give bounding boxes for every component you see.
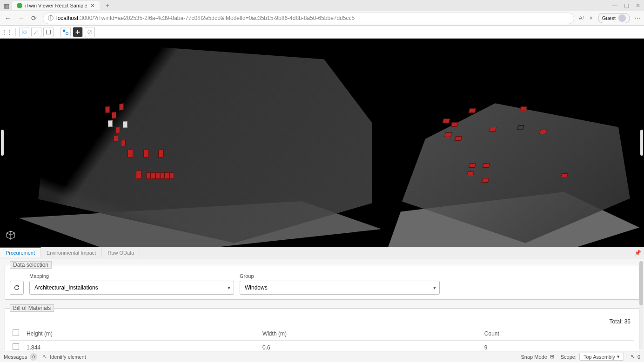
select-tool-button[interactable]: [19, 27, 29, 37]
measure-line-button[interactable]: [31, 27, 41, 37]
snap-mode-button[interactable]: Snap Mode ⊞: [521, 354, 554, 360]
window-close-icon[interactable]: ✕: [636, 2, 640, 9]
messages-label: Messages: [4, 354, 27, 360]
new-tab-button[interactable]: ＋: [101, 1, 113, 10]
col-width[interactable]: Width (m): [260, 327, 482, 341]
nav-back-button[interactable]: ←: [4, 14, 12, 22]
highlighted-element[interactable]: [119, 103, 124, 110]
highlighted-element[interactable]: [105, 106, 110, 113]
mapping-value[interactable]: [29, 281, 234, 295]
highlighted-element[interactable]: [112, 112, 116, 118]
tab-title: iTwin Viewer React Sample: [25, 3, 87, 8]
highlighted-element[interactable]: [539, 130, 547, 134]
group-value[interactable]: [240, 281, 440, 295]
group-label: Group: [240, 273, 440, 279]
highlighted-element[interactable]: [127, 149, 133, 158]
messages-button[interactable]: Messages 0: [4, 353, 37, 361]
tab-procurement[interactable]: Procurement: [0, 247, 41, 257]
view-cube-icon[interactable]: [5, 230, 17, 242]
tab-preview-icon[interactable]: ▥: [3, 2, 10, 9]
right-panel-toggle[interactable]: [640, 130, 643, 156]
bom-legend: Bill of Materials: [10, 304, 54, 312]
drag-handle-icon[interactable]: ⋮⋮: [2, 27, 12, 37]
highlighted-element[interactable]: [169, 172, 174, 179]
guest-label: Guest: [602, 15, 616, 21]
url-path: /?iTwinId=ae202535-2f6a-4c39-8aba-77c08f…: [92, 15, 355, 21]
cell-width: 0.6: [260, 341, 482, 351]
highlighted-element[interactable]: [155, 172, 160, 179]
cell-count: 9: [482, 341, 634, 351]
col-count[interactable]: Count: [482, 327, 634, 341]
highlighted-element[interactable]: [160, 172, 165, 179]
highlighted-element[interactable]: [483, 163, 490, 168]
window-maximize-icon[interactable]: ▢: [624, 2, 629, 9]
highlighted-element[interactable]: [114, 135, 118, 142]
highlighted-element[interactable]: [123, 121, 127, 128]
highlighted-element[interactable]: [467, 171, 474, 176]
select-all-checkbox[interactable]: [13, 329, 19, 336]
highlighted-element[interactable]: [136, 170, 141, 179]
highlighted-element[interactable]: [146, 172, 151, 179]
highlighted-element[interactable]: [165, 172, 169, 179]
highlighted-element[interactable]: [151, 172, 155, 179]
scope-select[interactable]: Top Assembly ▾: [579, 353, 624, 361]
identify-element-tool[interactable]: ↖ Identify element: [43, 354, 86, 360]
nav-refresh-button[interactable]: ⟳: [30, 14, 38, 22]
highlighted-element[interactable]: [520, 106, 527, 111]
row-checkbox[interactable]: [13, 343, 19, 350]
url-port: :3000: [78, 15, 92, 21]
left-panel-toggle[interactable]: [1, 130, 4, 156]
col-height[interactable]: Height (m): [24, 327, 260, 341]
pin-panel-icon[interactable]: 📌: [634, 250, 641, 256]
nav-forward-button[interactable]: →: [17, 14, 25, 22]
scope-label: Scope:: [561, 354, 577, 360]
svg-rect-2: [66, 32, 68, 34]
mapping-select[interactable]: ▾: [29, 281, 234, 295]
highlighted-element[interactable]: [115, 126, 120, 133]
svg-rect-1: [63, 29, 65, 31]
scope-value: Top Assembly: [584, 354, 615, 360]
read-aloud-icon[interactable]: A⁾: [579, 15, 584, 21]
highlighted-element[interactable]: [451, 122, 458, 127]
highlighted-element[interactable]: [108, 120, 113, 127]
profile-button[interactable]: Guest: [598, 13, 630, 23]
status-bar: Messages 0 ↖ Identify element Snap Mode …: [0, 351, 644, 362]
isolate-button[interactable]: [60, 27, 71, 37]
highlighted-element[interactable]: [469, 163, 476, 168]
panel-scrollbar[interactable]: [639, 261, 643, 349]
selection-icon: ↖: [631, 354, 635, 360]
more-menu-icon[interactable]: ⋯: [635, 15, 640, 21]
address-bar[interactable]: ⓘ localhost:3000/?iTwinId=ae202535-2f6a-…: [43, 13, 574, 24]
measure-area-button[interactable]: [43, 27, 54, 37]
highlighted-element[interactable]: [444, 132, 452, 137]
selection-count-value: 0: [637, 354, 640, 360]
tab-environmental-impact[interactable]: Environmental Impact: [41, 248, 102, 257]
window-minimize-icon[interactable]: —: [612, 2, 617, 9]
highlighted-element[interactable]: [121, 139, 126, 146]
refresh-button[interactable]: [10, 281, 24, 295]
tab-close-icon[interactable]: ✕: [90, 2, 95, 9]
highlighted-element[interactable]: [482, 178, 489, 183]
total-label: Total:: [610, 318, 623, 325]
clear-emphasis-button[interactable]: [85, 27, 95, 37]
favorites-icon[interactable]: ✧: [589, 15, 593, 21]
highlighted-element[interactable]: [517, 125, 524, 130]
browser-tab[interactable]: iTwin Viewer React Sample ✕: [12, 1, 100, 10]
hide-button[interactable]: [73, 27, 83, 37]
highlighted-element[interactable]: [143, 149, 149, 158]
highlighted-element[interactable]: [158, 149, 164, 158]
table-row[interactable]: 1.844 0.6 9: [10, 341, 634, 351]
highlighted-element[interactable]: [561, 173, 568, 178]
selection-count[interactable]: ↖ 0: [631, 354, 640, 360]
messages-count: 0: [30, 353, 37, 361]
highlighted-element[interactable]: [455, 136, 462, 141]
app-toolbar: ⋮⋮: [0, 26, 644, 39]
cursor-icon: ↖: [43, 354, 47, 360]
model-viewport[interactable]: [0, 39, 644, 247]
tab-raw-odata[interactable]: Raw OData: [102, 248, 140, 257]
group-select[interactable]: ▾: [240, 281, 440, 295]
site-info-icon[interactable]: ⓘ: [48, 14, 54, 22]
highlighted-element[interactable]: [443, 118, 450, 123]
highlighted-element[interactable]: [469, 108, 476, 113]
highlighted-element[interactable]: [489, 127, 496, 132]
